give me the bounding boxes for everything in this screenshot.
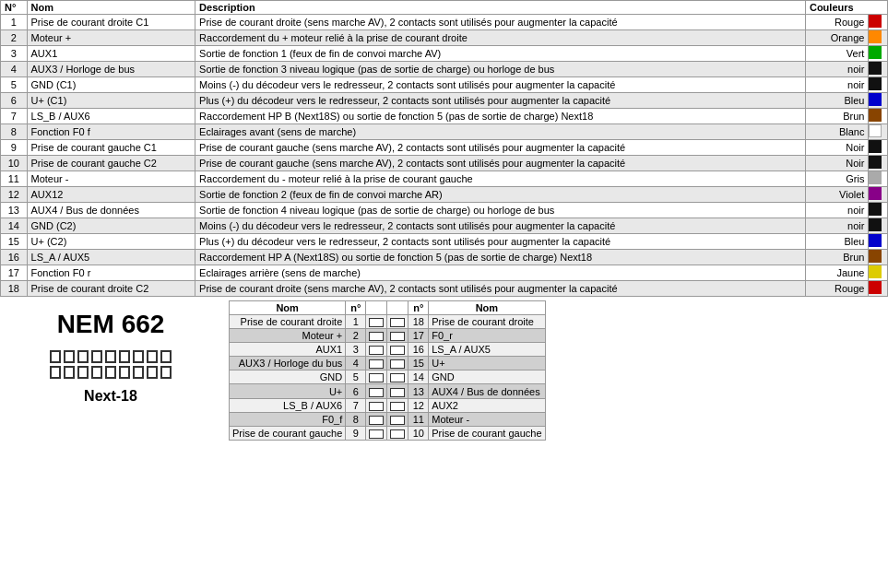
ct-left-num: 8 [346,412,366,426]
color-box [869,124,882,137]
table-row: 15U+ (C2)Plus (+) du décodeur vers le re… [1,234,888,250]
nem-box: NEM 662 [0,300,221,414]
row-desc: Raccordement HP B (Next18S) ou sortie de… [195,109,806,124]
color-box [869,30,882,43]
ct-pin-right [387,357,408,370]
pin-symbol-left [369,416,384,425]
pin-symbol-left [369,332,384,341]
pin [105,350,116,363]
ct-header-n-right: n° [408,301,429,315]
ct-right-name: AUX2 [429,398,545,412]
ct-right-name: Moteur - [429,412,545,426]
color-box [869,140,882,153]
row-color-swatch [869,250,888,265]
color-box [869,234,882,247]
row-name: Prise de courant droite C2 [27,281,195,297]
ct-pin-right [387,315,408,329]
ct-pin-left [366,412,387,426]
pin [147,350,158,363]
ct-right-num: 16 [408,343,429,357]
row-num: 14 [1,218,28,234]
ct-right-num: 17 [408,329,429,343]
ct-pin-right [387,398,408,412]
row-desc: Prise de courant droite (sens marche AV)… [195,15,806,30]
table-row: 9Prise de courant gauche C1Prise de cour… [1,140,888,156]
row-color-swatch [869,171,888,187]
ct-left-name: GND [230,370,346,384]
row-color-label: Rouge [805,281,868,297]
connector-row: LS_B / AUX6712AUX2 [230,398,546,412]
pin [119,350,130,363]
pin-symbol-right [390,402,405,411]
row-name: Prise de courant gauche C1 [27,140,195,156]
ct-right-name: U+ [429,357,545,370]
color-box [869,109,882,122]
row-desc: Plus (+) du décodeur vers le redresseur,… [195,93,806,109]
color-box [869,281,882,294]
header-num: N° [1,1,28,15]
pin-symbol-right [390,332,405,341]
ct-pin-right [387,426,408,440]
pin-symbol-right [390,388,405,397]
ct-right-name: Prise de courant droite [429,315,545,329]
pin [50,366,61,379]
row-color-swatch [869,124,888,140]
color-box [869,171,882,184]
row-num: 7 [1,109,28,124]
nem-title: NEM 662 [15,310,207,339]
connector-row-top [15,350,207,363]
pin-symbol-left [369,373,384,382]
ct-left-num: 1 [346,315,366,329]
ct-left-name: U+ [230,384,346,398]
ct-right-name: LS_A / AUX5 [429,343,545,357]
row-color-swatch [869,218,888,234]
pin-symbol-right [390,373,405,382]
ct-pin-right [387,370,408,384]
connector-row: Prise de courant gauche910Prise de coura… [230,426,546,440]
row-desc: Sortie de fonction 2 (feux de fin de con… [195,187,806,203]
ct-right-name: AUX4 / Bus de données [429,384,545,398]
ct-left-name: Moteur + [230,329,346,343]
ct-pin-left [366,426,387,440]
row-color-label: Brun [805,250,868,265]
ct-left-name: AUX3 / Horloge du bus [230,357,346,370]
row-name: Moteur - [27,171,195,187]
row-num: 5 [1,77,28,93]
row-name: AUX12 [27,187,195,203]
row-color-label: noir [805,203,868,218]
row-desc: Raccordement du - moteur relié à la pris… [195,171,806,187]
table-row: 18Prise de courant droite C2Prise de cou… [1,281,888,297]
ct-left-num: 3 [346,343,366,357]
row-desc: Raccordement HP A (Next18S) ou sortie de… [195,250,806,265]
row-color-swatch [869,265,888,281]
pin-symbol-left [369,346,384,355]
row-name: Prise de courant droite C1 [27,15,195,30]
row-num: 6 [1,93,28,109]
row-num: 10 [1,156,28,171]
ct-left-num: 2 [346,329,366,343]
pin [64,366,75,379]
pin-symbol-right [390,318,405,327]
ct-pin-right [387,384,408,398]
table-row: 12AUX12Sortie de fonction 2 (feux de fin… [1,187,888,203]
ct-left-num: 6 [346,384,366,398]
pin-symbol-left [369,429,384,439]
ct-right-num: 15 [408,357,429,370]
ct-right-num: 11 [408,412,429,426]
row-desc: Moins (-) du décodeur vers le redresseur… [195,218,806,234]
ct-right-num: 18 [408,315,429,329]
color-box [869,93,882,106]
ct-right-num: 14 [408,370,429,384]
row-color-label: Rouge [805,15,868,30]
row-name: Moteur + [27,30,195,46]
table-row: 11Moteur -Raccordement du - moteur relié… [1,171,888,187]
nem-label: Next-18 [15,388,207,405]
bottom-section: NEM 662 [0,300,888,441]
ct-pin-left [366,370,387,384]
row-num: 9 [1,140,28,156]
row-num: 2 [1,30,28,46]
ct-pin-right [387,343,408,357]
row-color-label: Gris [805,171,868,187]
row-color-swatch [869,77,888,93]
row-color-label: Jaune [805,265,868,281]
